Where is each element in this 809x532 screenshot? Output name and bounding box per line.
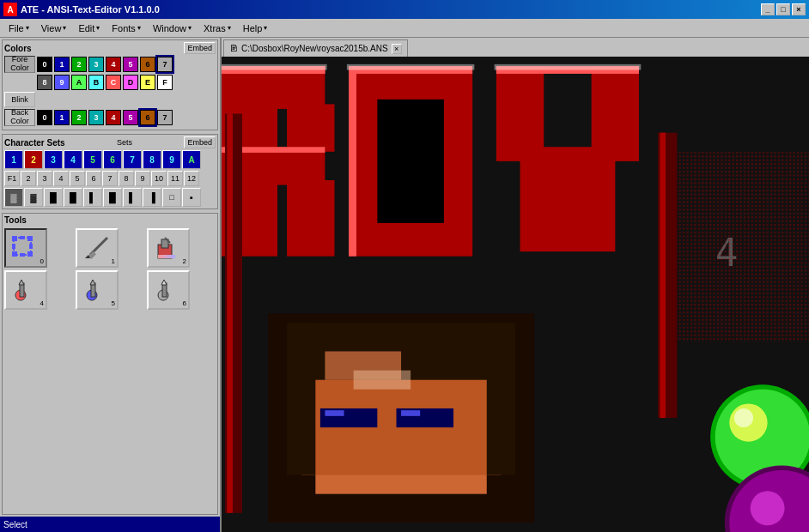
charset-num-7[interactable]: 7 — [102, 171, 118, 186]
menu-help[interactable]: Help▾ — [238, 21, 273, 35]
charset-icon-0[interactable]: ▓ — [4, 188, 23, 207]
charset-num-10[interactable]: 10 — [151, 171, 167, 186]
back-swatch-0[interactable]: 0 — [37, 110, 52, 125]
fore-color-label[interactable]: ForeColor — [4, 56, 35, 73]
fore-color-row2: 8 9 A B C D E F — [37, 75, 216, 90]
svg-point-67 — [751, 491, 785, 525]
fore-swatch-F[interactable]: F — [157, 75, 173, 90]
back-swatch-5[interactable]: 5 — [123, 110, 138, 125]
blink-button[interactable]: Blink — [4, 92, 35, 107]
charset-btn-9[interactable]: 9 — [162, 150, 181, 169]
fore-swatch-C[interactable]: C — [106, 75, 121, 90]
minimize-button[interactable]: _ — [761, 3, 775, 15]
fore-swatch-E[interactable]: E — [140, 75, 155, 90]
back-swatch-7[interactable]: 7 — [157, 110, 173, 125]
svg-rect-60 — [227, 113, 233, 512]
svg-rect-31 — [287, 180, 334, 257]
tools-grid: 0 1 — [4, 228, 216, 310]
charset-btn-5[interactable]: 5 — [83, 150, 102, 169]
fore-swatch-2[interactable]: 2 — [71, 57, 87, 72]
title-bar-buttons: _ □ × — [761, 3, 806, 15]
charset-num-11[interactable]: 11 — [167, 171, 183, 186]
charset-icon-3[interactable]: █ — [64, 188, 82, 207]
file-tab-icon: 🖹 — [229, 44, 238, 53]
maximize-button[interactable]: □ — [776, 3, 790, 15]
back-swatch-1[interactable]: 1 — [54, 110, 70, 125]
charset-btn-3[interactable]: 3 — [44, 150, 63, 169]
charset-embed-button[interactable]: Embed — [184, 136, 216, 148]
charset-btn-8[interactable]: 8 — [143, 150, 161, 169]
close-button[interactable]: × — [792, 3, 806, 15]
fore-swatch-4[interactable]: 4 — [106, 57, 121, 72]
back-swatch-2[interactable]: 2 — [71, 110, 87, 125]
charset-btn-7[interactable]: 7 — [123, 150, 142, 169]
back-swatch-3[interactable]: 3 — [88, 110, 104, 125]
menu-edit[interactable]: Edit▾ — [73, 21, 105, 35]
back-color-label[interactable]: BackColor — [4, 109, 35, 126]
charset-num-5[interactable]: 5 — [70, 171, 85, 186]
tool-eyedropper-fg[interactable]: 4 — [4, 270, 47, 310]
tool-fill[interactable]: 2 — [147, 228, 190, 268]
tool-eyedropper-bg[interactable]: 5 — [76, 270, 119, 310]
charset-num-4[interactable]: 4 — [53, 171, 69, 186]
charset-num-F1[interactable]: F1 — [4, 171, 20, 186]
back-swatch-6[interactable]: 6 — [140, 110, 155, 125]
charset-num-6[interactable]: 6 — [86, 171, 101, 186]
fore-swatch-7[interactable]: 7 — [157, 57, 173, 72]
charset-btn-2[interactable]: 2 — [24, 150, 43, 169]
charset-btn-A[interactable]: A — [182, 150, 201, 169]
tool-select-num: 0 — [40, 257, 44, 265]
fore-swatch-1[interactable]: 1 — [54, 57, 70, 72]
fore-swatch-9[interactable]: 9 — [54, 75, 70, 90]
tool-eyedropper-both-num: 6 — [183, 299, 186, 307]
fore-swatch-5[interactable]: 5 — [123, 57, 138, 72]
tool-select[interactable]: 0 — [4, 228, 47, 268]
charset-num-2[interactable]: 2 — [21, 171, 36, 186]
svg-rect-45 — [347, 64, 474, 70]
fore-swatch-3[interactable]: 3 — [88, 57, 104, 72]
charset-num-8[interactable]: 8 — [119, 171, 134, 186]
charset-icon-9[interactable]: ▪ — [182, 188, 201, 207]
svg-rect-73 — [660, 133, 666, 418]
charset-icon-4[interactable]: ▌ — [83, 188, 102, 207]
charset-icon-5[interactable]: █ — [103, 188, 122, 207]
ansi-art-svg: 4 — [222, 57, 809, 532]
back-swatch-4[interactable]: 4 — [106, 110, 121, 125]
fill-icon — [155, 236, 182, 260]
tool-eyedropper-fg-num: 4 — [40, 299, 44, 307]
svg-marker-18 — [19, 280, 24, 285]
menu-window[interactable]: Window▾ — [148, 21, 197, 35]
svg-rect-51 — [287, 323, 315, 475]
file-tab[interactable]: 🖹 C:\Dosbox\RoyNew\roysac2015b.ANS × — [223, 39, 408, 57]
menu-xtras[interactable]: Xtras▾ — [198, 21, 236, 35]
tool-draw[interactable]: 1 — [76, 228, 119, 268]
charset-num-3[interactable]: 3 — [37, 171, 52, 186]
tools-section: Tools 0 — [2, 213, 218, 515]
colors-embed-button[interactable]: Embed — [184, 42, 216, 54]
fore-swatch-A[interactable]: A — [71, 75, 87, 90]
svg-point-64 — [734, 408, 753, 427]
tool-eyedropper-both[interactable]: 6 — [147, 270, 190, 310]
charset-num-9[interactable]: 9 — [135, 171, 150, 186]
charset-icon-6[interactable]: ▌ — [123, 188, 142, 207]
charset-icon-8[interactable]: □ — [162, 188, 181, 207]
fore-swatch-0[interactable]: 0 — [37, 57, 52, 72]
charset-num-12[interactable]: 12 — [184, 171, 199, 186]
svg-rect-39 — [349, 66, 356, 257]
file-tab-close-button[interactable]: × — [392, 44, 402, 54]
charset-btn-6[interactable]: 6 — [103, 150, 122, 169]
charset-btn-1[interactable]: 1 — [4, 150, 23, 169]
menu-file[interactable]: File▾ — [3, 21, 34, 35]
charset-icon-2[interactable]: █ — [44, 188, 63, 207]
svg-rect-58 — [401, 410, 420, 416]
charset-icon-7[interactable]: ▐ — [143, 188, 161, 207]
charset-icon-1[interactable]: ▓ — [24, 188, 43, 207]
menu-view[interactable]: View▾ — [36, 21, 72, 35]
fore-swatch-B[interactable]: B — [88, 75, 104, 90]
fore-swatch-8[interactable]: 8 — [37, 75, 52, 90]
menu-fonts[interactable]: Fonts▾ — [106, 21, 146, 35]
eyedropper-both-icon — [155, 278, 182, 302]
charset-btn-4[interactable]: 4 — [64, 150, 82, 169]
fore-swatch-6[interactable]: 6 — [140, 57, 155, 72]
fore-swatch-D[interactable]: D — [123, 75, 138, 90]
